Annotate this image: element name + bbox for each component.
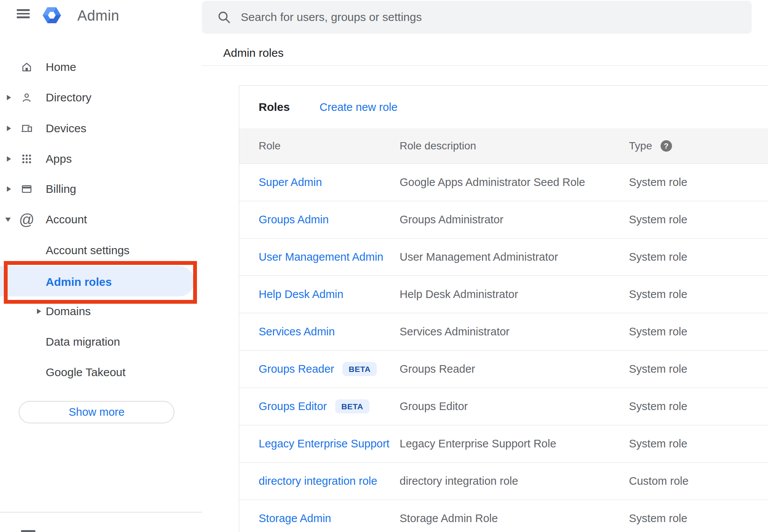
role-link[interactable]: Groups Admin [259, 213, 329, 226]
menu-hamburger-icon[interactable] [17, 9, 30, 18]
column-header-description: Role description [400, 140, 629, 152]
help-icon[interactable]: ? [661, 140, 672, 152]
role-link[interactable]: Services Admin [259, 325, 335, 338]
table-header-row: Role Role description Type ? [239, 128, 768, 164]
role-description: Services Administrator [400, 325, 629, 338]
expand-arrow-icon[interactable] [37, 309, 41, 314]
role-type: System role [629, 251, 768, 263]
role-type: System role [629, 512, 768, 525]
role-type: System role [629, 400, 768, 413]
role-description: directory integration role [400, 475, 629, 487]
role-description: Groups Editor [400, 400, 629, 413]
credit-card-icon [21, 183, 33, 195]
table-row: Legacy Enterprise Support Legacy Enterpr… [239, 425, 768, 463]
role-type: System role [629, 288, 768, 301]
apps-grid-icon [21, 153, 33, 165]
devices-icon [21, 122, 33, 135]
sidebar-item-label: Devices [46, 122, 86, 135]
search-bar [202, 1, 752, 34]
sidebar-item-devices[interactable]: Devices [0, 113, 202, 144]
expand-arrow-icon[interactable] [7, 186, 11, 192]
create-new-role-link[interactable]: Create new role [320, 101, 398, 114]
person-icon [21, 91, 33, 104]
sidebar-item-label: Google Takeout [46, 366, 126, 379]
sidebar-item-google-takeout[interactable]: Google Takeout [0, 357, 202, 388]
sidebar: Admin Home Directory [0, 0, 202, 532]
role-type: Custom role [629, 475, 768, 487]
expand-arrow-icon[interactable] [7, 156, 11, 162]
role-type: System role [629, 437, 768, 450]
google-admin-logo-icon [43, 5, 61, 25]
role-type: System role [629, 363, 768, 375]
sidebar-item-label: Account [46, 213, 87, 226]
table-row: Help Desk Admin Help Desk Administrator … [239, 276, 768, 313]
sidebar-item-account[interactable]: @ Account [0, 204, 202, 235]
sidebar-item-domains[interactable]: Domains [0, 296, 202, 327]
search-input[interactable] [240, 10, 752, 24]
roles-panel: Roles Create new role Role Role descript… [239, 85, 768, 532]
search-icon [217, 10, 231, 24]
sidebar-item-home[interactable]: Home [0, 52, 202, 82]
table-row: Groups Editor BETA Groups Editor System … [239, 388, 768, 425]
sidebar-item-label: Home [46, 61, 76, 74]
role-type: System role [629, 176, 768, 189]
beta-badge: BETA [335, 399, 370, 413]
sidebar-item-label: Account settings [46, 244, 130, 257]
role-link[interactable]: Groups Reader [259, 363, 334, 375]
expand-arrow-icon[interactable] [7, 126, 11, 131]
panel-title: Roles [259, 101, 290, 114]
role-link[interactable]: Help Desk Admin [259, 288, 343, 301]
table-row: Super Admin Google Apps Administrator Se… [239, 164, 768, 201]
role-description: Help Desk Administrator [400, 288, 629, 301]
sidebar-item-label: Billing [46, 183, 76, 195]
sidebar-footer-divider [0, 512, 202, 513]
roles-panel-header: Roles Create new role [239, 86, 768, 128]
main-content: Admin roles Roles Create new role Role R… [202, 0, 768, 532]
sidebar-item-label: Admin roles [46, 276, 112, 288]
sidebar-item-directory[interactable]: Directory [0, 82, 202, 113]
role-link[interactable]: Super Admin [259, 176, 322, 189]
role-type: System role [629, 325, 768, 338]
sidebar-item-billing[interactable]: Billing [0, 174, 202, 204]
table-row: Groups Admin Groups Administrator System… [239, 201, 768, 239]
sidebar-item-label: Directory [46, 91, 91, 104]
show-more-button[interactable]: Show more [19, 401, 174, 423]
sidebar-item-account-settings[interactable]: Account settings [0, 235, 202, 266]
sidebar-item-label: Domains [46, 305, 91, 318]
page-divider [202, 66, 768, 66]
role-description: User Management Administrator [400, 251, 629, 263]
breadcrumb: Admin roles [223, 46, 283, 59]
role-description: Storage Admin Role [400, 512, 629, 525]
expand-arrow-icon[interactable] [7, 95, 11, 100]
role-link[interactable]: User Management Admin [259, 251, 383, 263]
table-row: directory integration role directory int… [239, 463, 768, 500]
sidebar-item-apps[interactable]: Apps [0, 144, 202, 174]
sidebar-item-data-migration[interactable]: Data migration [0, 327, 202, 357]
role-description: Groups Administrator [400, 213, 629, 226]
support-peek-icon [21, 530, 35, 532]
admin-console-screen: Admin Home Directory [0, 0, 768, 532]
sidebar-item-label: Apps [46, 152, 72, 165]
table-row: Services Admin Services Administrator Sy… [239, 313, 768, 351]
role-description: Legacy Enterprise Support Role [400, 437, 629, 450]
sidebar-item-label: Data migration [46, 335, 120, 348]
admin-wordmark: Admin [77, 8, 119, 24]
role-link[interactable]: directory integration role [259, 475, 377, 487]
role-link[interactable]: Storage Admin [259, 512, 331, 525]
at-sign-icon: @ [21, 213, 33, 226]
sidebar-item-admin-roles[interactable]: Admin roles [0, 267, 202, 297]
role-description: Google Apps Administrator Seed Role [400, 176, 629, 189]
role-link[interactable]: Groups Editor [259, 400, 327, 413]
beta-badge: BETA [342, 362, 377, 376]
table-row: Groups Reader BETA Groups Reader System … [239, 351, 768, 388]
collapse-arrow-icon[interactable] [5, 218, 11, 222]
role-type: System role [629, 213, 768, 226]
table-row: Storage Admin Storage Admin Role System … [239, 500, 768, 532]
role-description: Groups Reader [400, 363, 629, 375]
column-header-role: Role [259, 140, 400, 152]
role-link[interactable]: Legacy Enterprise Support [259, 437, 389, 450]
home-icon [21, 61, 33, 73]
column-header-type: Type ? [629, 140, 768, 152]
table-row: User Management Admin User Management Ad… [239, 239, 768, 276]
